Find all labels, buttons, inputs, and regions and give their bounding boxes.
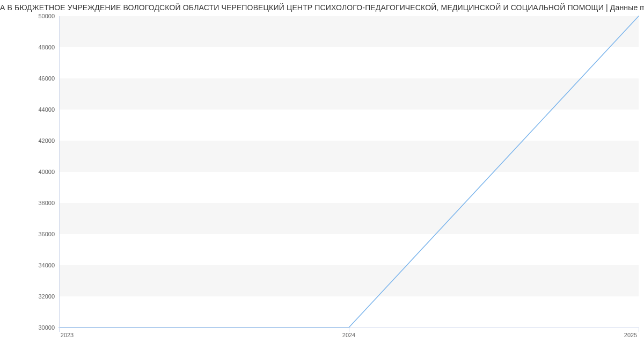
chart-title: А В БЮДЖЕТНОЕ УЧРЕЖДЕНИЕ ВОЛОГОДСКОЙ ОБЛ… <box>0 3 644 12</box>
y-tick-label: 32000 <box>38 293 55 300</box>
y-tick-label: 46000 <box>38 75 55 82</box>
line-series <box>59 16 639 328</box>
x-tick-label: 2024 <box>342 332 355 338</box>
y-tick-label: 42000 <box>38 137 55 144</box>
y-tick-label: 40000 <box>38 169 55 175</box>
y-tick-label: 30000 <box>38 324 55 331</box>
y-tick-label: 50000 <box>38 13 55 19</box>
chart-container: А В БЮДЖЕТНОЕ УЧРЕЖДЕНИЕ ВОЛОГОДСКОЙ ОБЛ… <box>0 0 644 349</box>
y-tick-label: 36000 <box>38 231 55 237</box>
y-tick-label: 48000 <box>38 44 55 50</box>
plot-area <box>59 16 639 328</box>
x-tick-label: 2025 <box>624 332 637 338</box>
x-tick-label: 2023 <box>61 332 74 338</box>
y-tick-label: 34000 <box>38 262 55 268</box>
y-tick-label: 44000 <box>38 106 55 113</box>
y-tick-label: 38000 <box>38 200 55 206</box>
x-tick <box>59 328 60 332</box>
x-tick <box>639 328 639 332</box>
y-axis <box>59 16 60 328</box>
x-tick <box>349 328 349 332</box>
